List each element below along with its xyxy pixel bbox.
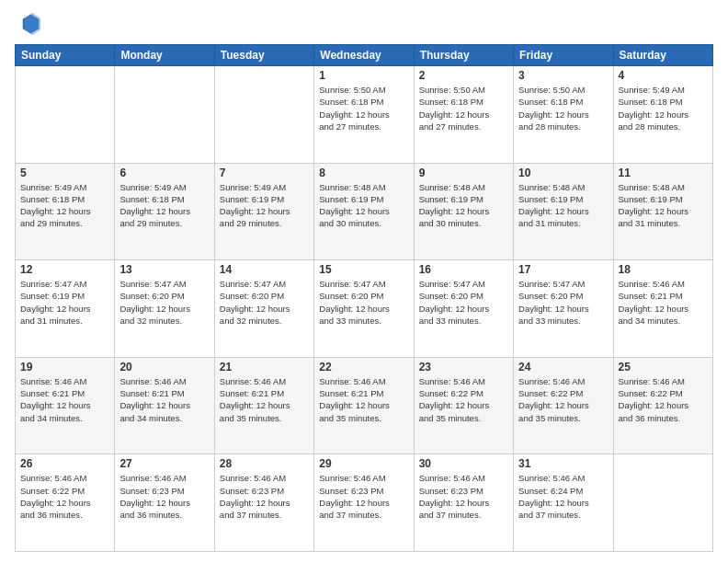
day-info: Sunrise: 5:48 AM Sunset: 6:19 PM Dayligh… — [619, 181, 708, 230]
calendar-week-row: 26Sunrise: 5:46 AM Sunset: 6:22 PM Dayli… — [16, 454, 713, 552]
weekday-header-thursday: Thursday — [414, 45, 513, 66]
weekday-header-sunday: Sunday — [16, 45, 115, 66]
day-number: 19 — [20, 361, 109, 373]
day-info: Sunrise: 5:47 AM Sunset: 6:20 PM Dayligh… — [220, 278, 309, 327]
day-number: 7 — [220, 167, 309, 179]
day-number: 23 — [419, 361, 508, 373]
day-info: Sunrise: 5:50 AM Sunset: 6:18 PM Dayligh… — [419, 84, 508, 132]
day-number: 4 — [619, 69, 708, 82]
weekday-header-tuesday: Tuesday — [214, 45, 313, 66]
logo-icon — [15, 11, 40, 37]
day-info: Sunrise: 5:46 AM Sunset: 6:21 PM Dayligh… — [20, 375, 109, 424]
calendar-cell: 26Sunrise: 5:46 AM Sunset: 6:22 PM Dayli… — [16, 454, 115, 552]
calendar-cell: 8Sunrise: 5:48 AM Sunset: 6:19 PM Daylig… — [314, 163, 414, 260]
calendar-cell: 17Sunrise: 5:47 AM Sunset: 6:20 PM Dayli… — [514, 260, 613, 358]
calendar-cell: 1Sunrise: 5:50 AM Sunset: 6:18 PM Daylig… — [314, 66, 414, 164]
day-number: 16 — [419, 263, 508, 276]
day-number: 25 — [619, 361, 708, 373]
calendar-cell — [613, 454, 712, 552]
calendar-cell — [214, 66, 313, 164]
day-info: Sunrise: 5:47 AM Sunset: 6:20 PM Dayligh… — [119, 278, 209, 327]
calendar-cell: 16Sunrise: 5:47 AM Sunset: 6:20 PM Dayli… — [414, 260, 513, 358]
day-info: Sunrise: 5:50 AM Sunset: 6:18 PM Dayligh… — [518, 84, 608, 132]
day-info: Sunrise: 5:47 AM Sunset: 6:20 PM Dayligh… — [419, 278, 508, 327]
calendar-cell: 11Sunrise: 5:48 AM Sunset: 6:19 PM Dayli… — [613, 163, 712, 260]
day-number: 18 — [619, 263, 708, 276]
calendar-cell: 30Sunrise: 5:46 AM Sunset: 6:23 PM Dayli… — [414, 454, 513, 552]
day-info: Sunrise: 5:46 AM Sunset: 6:23 PM Dayligh… — [220, 472, 309, 521]
day-info: Sunrise: 5:46 AM Sunset: 6:21 PM Dayligh… — [319, 375, 408, 424]
calendar-cell: 3Sunrise: 5:50 AM Sunset: 6:18 PM Daylig… — [514, 66, 613, 164]
day-number: 20 — [119, 361, 209, 373]
day-info: Sunrise: 5:46 AM Sunset: 6:21 PM Dayligh… — [220, 375, 309, 424]
day-number: 12 — [20, 263, 109, 276]
calendar-cell — [16, 66, 115, 164]
calendar-cell: 29Sunrise: 5:46 AM Sunset: 6:23 PM Dayli… — [314, 454, 414, 552]
day-info: Sunrise: 5:46 AM Sunset: 6:21 PM Dayligh… — [619, 278, 708, 327]
day-number: 11 — [619, 167, 708, 179]
day-number: 17 — [518, 263, 608, 276]
day-number: 22 — [319, 361, 408, 373]
calendar-cell: 24Sunrise: 5:46 AM Sunset: 6:22 PM Dayli… — [514, 357, 613, 454]
day-info: Sunrise: 5:46 AM Sunset: 6:22 PM Dayligh… — [419, 375, 508, 424]
day-info: Sunrise: 5:46 AM Sunset: 6:22 PM Dayligh… — [20, 472, 109, 521]
day-info: Sunrise: 5:50 AM Sunset: 6:18 PM Dayligh… — [319, 84, 408, 132]
calendar-week-row: 1Sunrise: 5:50 AM Sunset: 6:18 PM Daylig… — [16, 66, 713, 164]
calendar-cell: 22Sunrise: 5:46 AM Sunset: 6:21 PM Dayli… — [314, 357, 414, 454]
weekday-header-wednesday: Wednesday — [314, 45, 414, 66]
day-info: Sunrise: 5:49 AM Sunset: 6:19 PM Dayligh… — [220, 181, 309, 230]
day-info: Sunrise: 5:49 AM Sunset: 6:18 PM Dayligh… — [119, 181, 209, 230]
weekday-header-friday: Friday — [514, 45, 613, 66]
day-number: 28 — [220, 457, 309, 470]
day-number: 10 — [518, 167, 608, 179]
day-info: Sunrise: 5:47 AM Sunset: 6:20 PM Dayligh… — [319, 278, 408, 327]
day-number: 26 — [20, 457, 109, 470]
calendar-cell: 12Sunrise: 5:47 AM Sunset: 6:19 PM Dayli… — [16, 260, 115, 358]
day-info: Sunrise: 5:46 AM Sunset: 6:24 PM Dayligh… — [518, 472, 608, 521]
calendar-cell: 7Sunrise: 5:49 AM Sunset: 6:19 PM Daylig… — [214, 163, 313, 260]
day-number: 30 — [419, 457, 508, 470]
day-info: Sunrise: 5:48 AM Sunset: 6:19 PM Dayligh… — [518, 181, 608, 230]
day-number: 3 — [518, 69, 608, 82]
day-number: 2 — [419, 69, 508, 82]
page-header — [15, 11, 713, 37]
day-info: Sunrise: 5:48 AM Sunset: 6:19 PM Dayligh… — [419, 181, 508, 230]
day-info: Sunrise: 5:47 AM Sunset: 6:19 PM Dayligh… — [20, 278, 109, 327]
day-number: 15 — [319, 263, 408, 276]
calendar-table: SundayMondayTuesdayWednesdayThursdayFrid… — [15, 44, 713, 552]
day-info: Sunrise: 5:46 AM Sunset: 6:22 PM Dayligh… — [518, 375, 608, 424]
weekday-header-monday: Monday — [115, 45, 214, 66]
day-info: Sunrise: 5:47 AM Sunset: 6:20 PM Dayligh… — [518, 278, 608, 327]
day-info: Sunrise: 5:46 AM Sunset: 6:22 PM Dayligh… — [619, 375, 708, 424]
day-number: 24 — [518, 361, 608, 373]
calendar-cell: 4Sunrise: 5:49 AM Sunset: 6:18 PM Daylig… — [613, 66, 712, 164]
day-number: 21 — [220, 361, 309, 373]
calendar-cell: 31Sunrise: 5:46 AM Sunset: 6:24 PM Dayli… — [514, 454, 613, 552]
logo — [15, 11, 44, 37]
calendar-cell: 2Sunrise: 5:50 AM Sunset: 6:18 PM Daylig… — [414, 66, 513, 164]
day-info: Sunrise: 5:46 AM Sunset: 6:23 PM Dayligh… — [319, 472, 408, 521]
calendar-cell: 5Sunrise: 5:49 AM Sunset: 6:18 PM Daylig… — [16, 163, 115, 260]
calendar-cell: 14Sunrise: 5:47 AM Sunset: 6:20 PM Dayli… — [214, 260, 313, 358]
day-info: Sunrise: 5:49 AM Sunset: 6:18 PM Dayligh… — [619, 84, 708, 132]
day-number: 1 — [319, 69, 408, 82]
calendar-cell: 15Sunrise: 5:47 AM Sunset: 6:20 PM Dayli… — [314, 260, 414, 358]
calendar-cell: 27Sunrise: 5:46 AM Sunset: 6:23 PM Dayli… — [115, 454, 214, 552]
day-info: Sunrise: 5:46 AM Sunset: 6:23 PM Dayligh… — [419, 472, 508, 521]
svg-marker-1 — [25, 13, 41, 36]
day-number: 31 — [518, 457, 608, 470]
calendar-cell — [115, 66, 214, 164]
calendar-cell: 23Sunrise: 5:46 AM Sunset: 6:22 PM Dayli… — [414, 357, 513, 454]
day-info: Sunrise: 5:49 AM Sunset: 6:18 PM Dayligh… — [20, 181, 109, 230]
day-number: 5 — [20, 167, 109, 179]
calendar-cell: 25Sunrise: 5:46 AM Sunset: 6:22 PM Dayli… — [613, 357, 712, 454]
calendar-cell: 6Sunrise: 5:49 AM Sunset: 6:18 PM Daylig… — [115, 163, 214, 260]
day-info: Sunrise: 5:46 AM Sunset: 6:23 PM Dayligh… — [119, 472, 209, 521]
day-info: Sunrise: 5:48 AM Sunset: 6:19 PM Dayligh… — [319, 181, 408, 230]
calendar-cell: 21Sunrise: 5:46 AM Sunset: 6:21 PM Dayli… — [214, 357, 313, 454]
weekday-header-saturday: Saturday — [613, 45, 712, 66]
weekday-header-row: SundayMondayTuesdayWednesdayThursdayFrid… — [16, 45, 713, 66]
calendar-cell: 9Sunrise: 5:48 AM Sunset: 6:19 PM Daylig… — [414, 163, 513, 260]
day-number: 9 — [419, 167, 508, 179]
calendar-cell: 10Sunrise: 5:48 AM Sunset: 6:19 PM Dayli… — [514, 163, 613, 260]
